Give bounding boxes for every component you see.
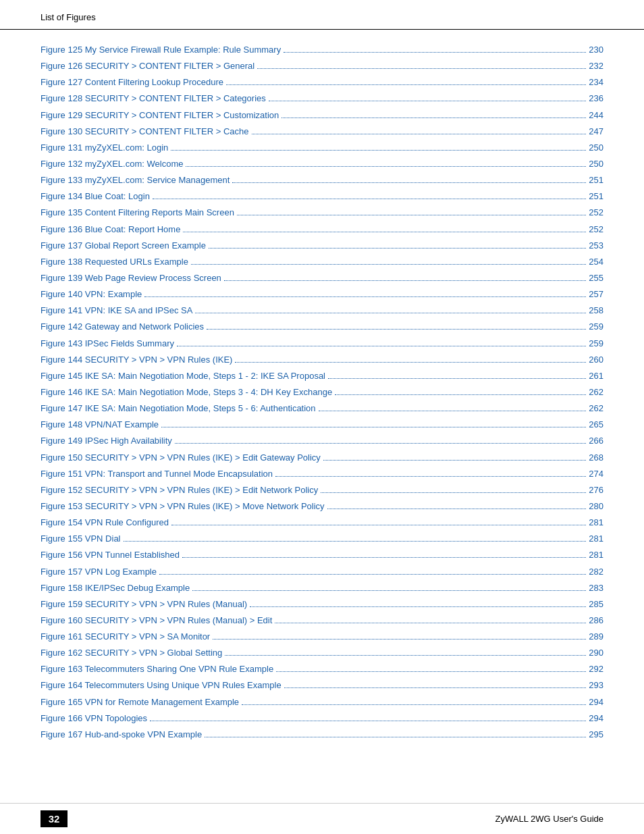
- figure-link[interactable]: Figure 166 VPN Topologies: [41, 712, 147, 725]
- list-item: Figure 140 VPN: Example257: [41, 288, 603, 301]
- figure-link[interactable]: Figure 125 My Service Firewall Rule Exam…: [41, 43, 281, 57]
- figure-page-number: 280: [589, 500, 603, 513]
- figure-dots: [195, 313, 586, 313]
- figure-link[interactable]: Figure 135 Content Filtering Reports Mai…: [41, 206, 234, 219]
- figure-page-number: 251: [589, 174, 603, 187]
- figure-link[interactable]: Figure 130 SECURITY > CONTENT FILTER > C…: [41, 125, 249, 138]
- figure-page-number: 285: [589, 598, 603, 611]
- list-item: Figure 130 SECURITY > CONTENT FILTER > C…: [41, 125, 603, 138]
- list-item: Figure 155 VPN Dial281: [41, 532, 603, 546]
- figure-dots: [159, 574, 586, 575]
- figure-dots: [144, 296, 586, 297]
- figure-page-number: 286: [589, 614, 603, 627]
- figure-page-number: 247: [589, 125, 603, 138]
- figure-link[interactable]: Figure 151 VPN: Transport and Tunnel Mod…: [41, 467, 273, 481]
- figure-link[interactable]: Figure 127 Content Filtering Lookup Proc…: [41, 76, 223, 89]
- figure-dots: [319, 411, 587, 411]
- figure-link[interactable]: Figure 148 VPN/NAT Example: [41, 418, 159, 432]
- figure-link[interactable]: Figure 133 myZyXEL.com: Service Manageme…: [41, 174, 230, 187]
- figure-page-number: 262: [589, 402, 603, 415]
- figure-link[interactable]: Figure 157 VPN Log Example: [41, 565, 157, 579]
- figure-page-number: 294: [589, 712, 603, 725]
- figure-link[interactable]: Figure 143 IPSec Fields Summary: [41, 337, 174, 350]
- figure-dots: [327, 509, 587, 509]
- figure-link[interactable]: Figure 137 Global Report Screen Example: [41, 239, 206, 253]
- list-item: Figure 160 SECURITY > VPN > VPN Rules (M…: [41, 614, 603, 627]
- page-header: List of Figures: [0, 0, 644, 30]
- list-item: Figure 152 SECURITY > VPN > VPN Rules (I…: [41, 484, 603, 497]
- figure-page-number: 261: [589, 369, 603, 383]
- list-item: Figure 135 Content Filtering Reports Mai…: [41, 206, 603, 219]
- figure-dots: [275, 623, 586, 623]
- list-item: Figure 142 Gateway and Network Policies2…: [41, 320, 603, 334]
- figure-dots: [171, 150, 586, 151]
- figure-link[interactable]: Figure 126 SECURITY > CONTENT FILTER > G…: [41, 59, 254, 73]
- list-item: Figure 146 IKE SA: Main Negotiation Mode…: [41, 386, 603, 399]
- figure-link[interactable]: Figure 132 myZyXEL.com: Welcome: [41, 157, 183, 171]
- figure-page-number: 259: [589, 320, 603, 334]
- figure-dots: [224, 280, 586, 281]
- figure-dots: [182, 557, 586, 558]
- figure-link[interactable]: Figure 154 VPN Rule Configured: [41, 516, 169, 529]
- figure-link[interactable]: Figure 131 myZyXEL.com: Login: [41, 141, 168, 155]
- list-item: Figure 144 SECURITY > VPN > VPN Rules (I…: [41, 353, 603, 367]
- figure-link[interactable]: Figure 147 IKE SA: Main Negotiation Mode…: [41, 402, 316, 415]
- figure-dots: [284, 687, 587, 688]
- header-title: List of Figures: [41, 12, 96, 22]
- list-item: Figure 127 Content Filtering Lookup Proc…: [41, 76, 603, 89]
- figure-link[interactable]: Figure 128 SECURITY > CONTENT FILTER > C…: [41, 92, 266, 105]
- figure-dots: [250, 606, 586, 607]
- figure-link[interactable]: Figure 159 SECURITY > VPN > VPN Rules (M…: [41, 598, 247, 611]
- figure-dots: [281, 118, 586, 118]
- figure-link[interactable]: Figure 139 Web Page Review Process Scree…: [41, 271, 221, 285]
- figure-link[interactable]: Figure 155 VPN Dial: [41, 532, 121, 546]
- list-item: Figure 141 VPN: IKE SA and IPSec SA258: [41, 304, 603, 317]
- main-content: Figure 125 My Service Firewall Rule Exam…: [0, 43, 644, 798]
- figure-dots: [321, 492, 586, 493]
- figure-link[interactable]: Figure 152 SECURITY > VPN > VPN Rules (I…: [41, 484, 318, 497]
- figure-link[interactable]: Figure 163 Telecommuters Sharing One VPN…: [41, 662, 273, 676]
- figure-link[interactable]: Figure 150 SECURITY > VPN > VPN Rules (I…: [41, 451, 321, 465]
- figure-link[interactable]: Figure 162 SECURITY > VPN > Global Setti…: [41, 646, 222, 660]
- list-item: Figure 154 VPN Rule Configured281: [41, 516, 603, 529]
- figure-page-number: 283: [589, 581, 603, 595]
- figure-link[interactable]: Figure 146 IKE SA: Main Negotiation Mode…: [41, 386, 332, 399]
- footer-page-number: 32: [41, 810, 68, 827]
- figure-page-number: 244: [589, 109, 603, 122]
- figure-link[interactable]: Figure 161 SECURITY > VPN > SA Monitor: [41, 630, 210, 644]
- figure-link[interactable]: Figure 134 Blue Coat: Login: [41, 190, 150, 203]
- figure-link[interactable]: Figure 138 Requested URLs Example: [41, 255, 188, 269]
- figure-link[interactable]: Figure 164 Telecommuters Using Unique VP…: [41, 679, 281, 692]
- list-item: Figure 158 IKE/IPSec Debug Example283: [41, 581, 603, 595]
- figure-link[interactable]: Figure 140 VPN: Example: [41, 288, 142, 301]
- figure-link[interactable]: Figure 160 SECURITY > VPN > VPN Rules (M…: [41, 614, 272, 627]
- figure-link[interactable]: Figure 129 SECURITY > CONTENT FILTER > C…: [41, 109, 279, 122]
- figure-page-number: 250: [589, 141, 603, 155]
- list-item: Figure 165 VPN for Remote Management Exa…: [41, 696, 603, 709]
- list-item: Figure 132 myZyXEL.com: Welcome250: [41, 157, 603, 171]
- figure-link[interactable]: Figure 144 SECURITY > VPN > VPN Rules (I…: [41, 353, 232, 367]
- figure-link[interactable]: Figure 149 IPSec High Availability: [41, 434, 172, 448]
- list-item: Figure 156 VPN Tunnel Established281: [41, 548, 603, 562]
- figure-dots: [335, 394, 586, 395]
- figure-dots: [235, 362, 586, 363]
- figure-dots: [323, 460, 586, 461]
- figure-link[interactable]: Figure 153 SECURITY > VPN > VPN Rules (I…: [41, 500, 325, 513]
- figure-link[interactable]: Figure 156 VPN Tunnel Established: [41, 548, 180, 562]
- figure-link[interactable]: Figure 158 IKE/IPSec Debug Example: [41, 581, 190, 595]
- list-item: Figure 159 SECURITY > VPN > VPN Rules (M…: [41, 598, 603, 611]
- figure-link[interactable]: Figure 141 VPN: IKE SA and IPSec SA: [41, 304, 192, 317]
- figure-page-number: 295: [589, 728, 603, 741]
- figure-page-number: 251: [589, 190, 603, 203]
- figure-dots: [186, 166, 586, 167]
- figure-link[interactable]: Figure 165 VPN for Remote Management Exa…: [41, 696, 239, 709]
- figure-link[interactable]: Figure 145 IKE SA: Main Negotiation Mode…: [41, 369, 325, 383]
- figure-link[interactable]: Figure 167 Hub-and-spoke VPN Example: [41, 728, 202, 741]
- figure-page-number: 253: [589, 239, 603, 253]
- figure-page-number: 289: [589, 630, 603, 644]
- figure-link[interactable]: Figure 142 Gateway and Network Policies: [41, 320, 204, 334]
- list-item: Figure 128 SECURITY > CONTENT FILTER > C…: [41, 92, 603, 105]
- list-item: Figure 161 SECURITY > VPN > SA Monitor28…: [41, 630, 603, 644]
- figure-link[interactable]: Figure 136 Blue Coat: Report Home: [41, 223, 180, 236]
- list-item: Figure 151 VPN: Transport and Tunnel Mod…: [41, 467, 603, 481]
